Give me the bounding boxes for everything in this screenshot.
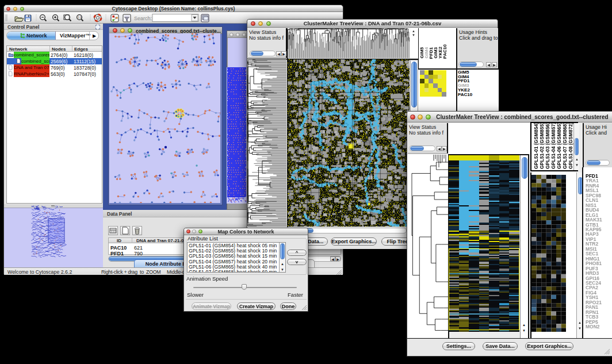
svg-text:Search:: Search: xyxy=(134,16,152,21)
svg-text:1:1: 1:1 xyxy=(78,16,82,19)
